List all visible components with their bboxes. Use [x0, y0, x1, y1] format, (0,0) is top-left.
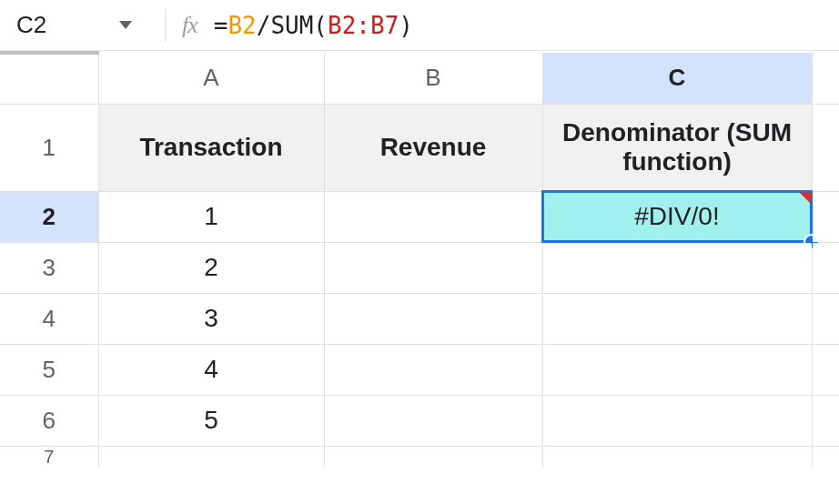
row-header-5[interactable]: 5	[0, 344, 98, 395]
name-box-value: C2	[16, 11, 46, 39]
table-row: 3 2	[0, 242, 839, 293]
divider	[165, 9, 166, 42]
cell-d4[interactable]	[812, 293, 839, 344]
formula-rpar: )	[399, 12, 413, 39]
column-header-c[interactable]: C	[542, 53, 812, 104]
column-header-d[interactable]	[812, 53, 839, 104]
row-header-6[interactable]: 6	[0, 395, 98, 446]
table-row: 4 3	[0, 293, 839, 344]
formula-range: B2:B7	[328, 12, 399, 39]
cell-a4[interactable]: 3	[98, 293, 324, 344]
cell-d1[interactable]	[812, 104, 839, 191]
cell-c6[interactable]	[542, 395, 812, 446]
table-row: 2 1 #DIV/0!	[0, 191, 839, 242]
column-header-b[interactable]: B	[324, 53, 542, 104]
table-row: 7	[0, 446, 839, 468]
cell-b6[interactable]	[324, 395, 542, 446]
spreadsheet-grid: A B C 1 Transaction Revenue Denominator …	[0, 51, 839, 468]
name-box[interactable]: C2	[16, 11, 148, 39]
cell-d7[interactable]	[812, 446, 839, 468]
formula-bar: C2 fx =B2/SUM(B2:B7)	[0, 0, 839, 51]
cell-a2[interactable]: 1	[98, 191, 324, 242]
cell-b3[interactable]	[324, 242, 542, 293]
cell-d6[interactable]	[812, 395, 839, 446]
cell-c7[interactable]	[542, 446, 812, 468]
cell-a1[interactable]: Transaction	[98, 104, 324, 191]
fx-icon: fx	[182, 12, 197, 39]
cell-b4[interactable]	[324, 293, 542, 344]
row-header-7[interactable]: 7	[0, 446, 98, 468]
cell-c4[interactable]	[542, 293, 812, 344]
row-header-2[interactable]: 2	[0, 191, 98, 242]
cell-d5[interactable]	[812, 344, 839, 395]
formula-input[interactable]: =B2/SUM(B2:B7)	[214, 12, 413, 39]
error-indicator-icon[interactable]	[799, 192, 812, 205]
cell-c3[interactable]	[542, 242, 812, 293]
cell-d2[interactable]	[812, 191, 839, 242]
column-header-row: A B C	[0, 53, 839, 104]
cell-a5[interactable]: 4	[98, 344, 324, 395]
select-all-corner[interactable]	[0, 53, 98, 104]
table-row: 1 Transaction Revenue Denominator (SUM f…	[0, 104, 839, 191]
formula-ref: B2	[227, 12, 256, 39]
table-row: 6 5	[0, 395, 839, 446]
column-header-a[interactable]: A	[98, 53, 324, 104]
cell-c5[interactable]	[542, 344, 812, 395]
cell-b1[interactable]: Revenue	[324, 104, 542, 191]
table-row: 5 4	[0, 344, 839, 395]
cell-a3[interactable]: 2	[98, 242, 324, 293]
cell-b5[interactable]	[324, 344, 542, 395]
cell-c2[interactable]: #DIV/0!	[542, 191, 812, 242]
cell-c2-value: #DIV/0!	[634, 202, 719, 230]
row-header-1[interactable]: 1	[0, 104, 98, 191]
formula-func: SUM	[270, 12, 313, 39]
formula-equals: =	[214, 12, 228, 39]
cell-b7[interactable]	[324, 446, 542, 468]
chevron-down-icon[interactable]	[119, 21, 132, 29]
formula-lpar: (	[313, 12, 328, 39]
cell-a6[interactable]: 5	[98, 395, 324, 446]
row-header-4[interactable]: 4	[0, 293, 98, 344]
row-header-3[interactable]: 3	[0, 242, 98, 293]
formula-operator: /	[257, 12, 271, 39]
cell-a7[interactable]	[98, 446, 324, 468]
cell-b2[interactable]	[324, 191, 542, 242]
cell-c1[interactable]: Denominator (SUM function)	[542, 104, 812, 191]
cell-d3[interactable]	[812, 242, 839, 293]
